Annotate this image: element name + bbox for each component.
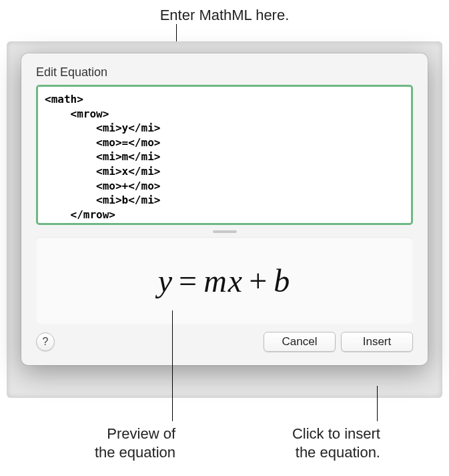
mathml-editor[interactable]	[36, 85, 413, 225]
equation-preview: y = m x + b	[36, 237, 413, 324]
callout-top: Enter MathML here.	[0, 7, 449, 24]
dialog-footer: ? Cancel Insert	[36, 332, 413, 352]
edit-equation-dialog: Edit Equation y = m x + b ? Cancel Inser…	[21, 53, 428, 365]
insert-button[interactable]: Insert	[341, 332, 413, 352]
callout-text: the equation	[95, 444, 175, 461]
resize-grip[interactable]	[213, 230, 237, 233]
preview-m: m	[203, 262, 228, 299]
callout-text: the equation.	[296, 444, 380, 461]
callout-bottom-right: Click to insert the equation.	[274, 425, 380, 461]
callout-line	[172, 310, 173, 421]
callout-line	[377, 386, 378, 421]
cancel-button[interactable]: Cancel	[264, 332, 336, 352]
dialog-title: Edit Equation	[36, 65, 413, 79]
preview-y: y	[158, 262, 173, 299]
preview-plus: +	[244, 262, 274, 299]
help-button[interactable]: ?	[36, 332, 55, 351]
preview-b: b	[274, 262, 291, 299]
preview-equals: =	[173, 262, 203, 299]
callout-text: Preview of	[107, 425, 175, 442]
preview-x: x	[228, 262, 244, 299]
callout-bottom-left: Preview of the equation	[64, 425, 175, 461]
callout-text: Click to insert	[292, 425, 380, 442]
